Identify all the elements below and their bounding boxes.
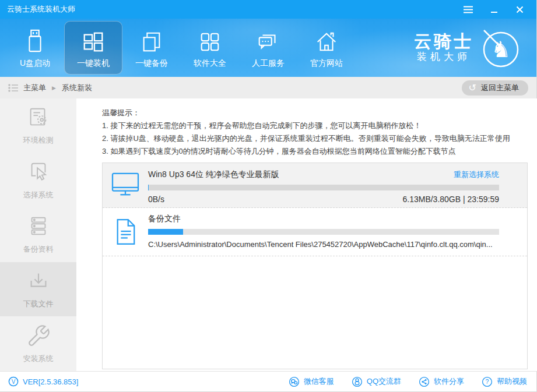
backup-file-row: 备份文件 C:\Users\Administrator\Documents\Te… <box>103 208 527 256</box>
cursor-select-icon <box>26 160 51 185</box>
system-download-info: Win8 Up3 64位 纯净绿色专业最新版 重新选择系统 0B/s 6.13M… <box>148 163 527 207</box>
footer-link-label: QQ交流群 <box>367 376 401 387</box>
env-check-icon <box>26 105 51 130</box>
tips-title: 温馨提示： <box>102 107 528 119</box>
help-icon: ? <box>482 376 493 387</box>
back-arrow-icon: ↺ <box>469 83 476 93</box>
nav-item-label: 一键备份 <box>135 58 168 69</box>
return-button-label: 返回主菜单 <box>481 83 519 93</box>
system-download-row: Win8 Up3 64位 纯净绿色专业最新版 重新选择系统 0B/s 6.13M… <box>103 163 527 208</box>
breadcrumb-main-menu[interactable]: 主菜单 <box>23 83 46 93</box>
backup-progress-bar <box>148 229 499 235</box>
sidebar-item-install-system: 安装系统 <box>0 316 76 371</box>
menu-icon[interactable] <box>462 3 475 16</box>
reselect-system-link[interactable]: 重新选择系统 <box>454 169 499 180</box>
apps-grid-icon <box>198 27 222 54</box>
install-grid-icon <box>80 27 106 54</box>
breadcrumb-current-page: 系统新装 <box>62 83 92 93</box>
sidebar-item-label: 下载文件 <box>23 299 54 309</box>
minimize-icon[interactable] <box>487 3 500 16</box>
top-nav: U盘启动 一键装机 一键备份 <box>0 19 536 77</box>
backup-info: 备份文件 C:\Users\Administrator\Documents\Te… <box>148 208 527 256</box>
download-box: Win8 Up3 64位 纯净绿色专业最新版 重新选择系统 0B/s 6.13M… <box>102 163 528 369</box>
wechat-icon <box>289 376 300 387</box>
nav-item-label: 一键装机 <box>77 58 110 69</box>
footer-link-label: 微信客服 <box>304 376 334 387</box>
window-title: 云骑士系统装机大师 <box>7 4 75 15</box>
main-panel: 温馨提示： 1. 接下来的过程无需您的干预，程序会帮助您自动完成剩下的步骤，您可… <box>76 98 537 371</box>
nav-item-label: 官方网站 <box>310 58 343 69</box>
tip-line-2: 2. 请拔掉U盘、移动硬盘，退出光驱内的光盘，并保证系统重装过程不断电。否则重装… <box>102 132 528 145</box>
content-area: 环境检测 选择系统 备份资料 <box>0 98 536 371</box>
qq-icon <box>352 376 363 387</box>
server-stack-icon <box>26 214 51 239</box>
file-document-icon <box>103 208 148 256</box>
copy-backup-icon <box>139 27 164 54</box>
nav-item-label: U盘启动 <box>20 58 50 69</box>
step-sidebar: 环境检测 选择系统 备份资料 <box>0 98 76 371</box>
download-speed: 0B/s <box>148 195 164 204</box>
brand-logo: 云骑士 装机大师 ♞ <box>414 27 521 69</box>
sidebar-item-label: 环境检测 <box>23 135 54 146</box>
svg-text:♞: ♞ <box>491 37 511 62</box>
sidebar-item-label: 安装系统 <box>23 354 54 364</box>
sidebar-item-download-files: 下载文件 <box>0 262 76 317</box>
list-icon <box>8 84 19 92</box>
tip-line-1: 1. 接下来的过程无需您的干预，程序会帮助您自动完成剩下的步骤，您可以离开电脑稍… <box>102 119 528 132</box>
nav-item-software-collection[interactable]: 软件大全 <box>181 21 239 75</box>
system-progress-fill <box>148 185 149 190</box>
backup-title: 备份文件 <box>148 214 499 224</box>
window-controls <box>462 3 529 16</box>
footer-link-label: 软件分享 <box>434 376 464 387</box>
close-icon[interactable] <box>513 3 526 16</box>
svg-text:V: V <box>12 379 16 385</box>
backup-file-path: C:\Users\Administrator\Documents\Tencent… <box>148 240 499 249</box>
share-software-link[interactable]: 软件分享 <box>419 376 464 387</box>
return-main-menu-button[interactable]: ↺ 返回主菜单 <box>462 80 528 96</box>
version-icon: V <box>8 376 19 387</box>
knight-logo-icon: ♞ <box>479 27 521 69</box>
svg-text:?: ? <box>486 379 489 385</box>
monitor-icon <box>103 163 148 207</box>
nav-item-label: 软件大全 <box>194 58 226 69</box>
usb-drive-icon <box>23 27 47 54</box>
help-video-link[interactable]: ? 帮助视频 <box>482 376 527 387</box>
titlebar: 云骑士系统装机大师 <box>0 0 536 19</box>
version-label: VER[2.5.36.853] <box>23 377 78 386</box>
backup-progress-fill <box>148 229 183 235</box>
sidebar-item-backup-data: 备份资料 <box>0 207 76 262</box>
share-icon <box>419 376 430 387</box>
home-icon <box>314 27 339 54</box>
tip-line-3: 3. 如果遇到下载速度为0的情况时请耐心等待几分钟，服务器会自动根据您当前网络位… <box>102 145 528 158</box>
system-name: Win8 Up3 64位 纯净绿色专业最新版 <box>148 169 279 180</box>
nav-item-usb-boot[interactable]: U盘启动 <box>6 21 64 75</box>
nav-item-official-website[interactable]: 官方网站 <box>297 21 356 75</box>
qq-group-link[interactable]: QQ交流群 <box>352 376 401 387</box>
wechat-service-link[interactable]: 微信客服 <box>289 376 334 387</box>
sidebar-item-select-system: 选择系统 <box>0 153 76 208</box>
footer-bar: V VER[2.5.36.853] 微信客服 <box>0 371 536 391</box>
sidebar-item-label: 选择系统 <box>23 190 54 200</box>
brand-logo-text: 云骑士 装机大师 <box>414 32 473 63</box>
download-status: 6.13MB/3.80GB | 23:59:59 <box>402 195 499 204</box>
system-progress-bar <box>148 185 499 190</box>
footer-links: 微信客服 QQ交流群 <box>289 376 527 387</box>
brand-name: 云骑士 <box>414 32 473 51</box>
sidebar-item-label: 备份资料 <box>23 244 54 255</box>
footer-link-label: 帮助视频 <box>497 376 527 387</box>
breadcrumb-arrow-icon: ▶ <box>51 85 57 91</box>
nav-item-one-key-backup[interactable]: 一键备份 <box>122 21 181 75</box>
brand-subtitle: 装机大师 <box>414 51 473 63</box>
sidebar-item-env-check: 环境检测 <box>0 98 76 153</box>
nav-item-label: 人工服务 <box>252 58 285 69</box>
chat-service-icon <box>256 27 280 54</box>
breadcrumb: 主菜单 ▶ 系统新装 ↺ 返回主菜单 <box>0 77 536 98</box>
download-icon <box>26 269 51 294</box>
nav-item-one-key-install[interactable]: 一键装机 <box>64 21 122 75</box>
tips-block: 温馨提示： 1. 接下来的过程无需您的干预，程序会帮助您自动完成剩下的步骤，您可… <box>102 107 528 158</box>
wrench-icon <box>26 324 51 348</box>
version-info: V VER[2.5.36.853] <box>8 376 78 387</box>
app-window: 云骑士系统装机大师 U盘启动 <box>0 0 537 392</box>
nav-item-customer-service[interactable]: 人工服务 <box>239 21 297 75</box>
